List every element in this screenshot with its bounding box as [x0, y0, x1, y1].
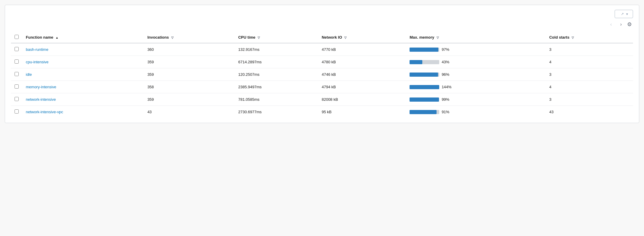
header-row: ↗ ▼ [11, 10, 633, 18]
row-function-name: cpu-intensive [22, 56, 144, 68]
row-invocations: 359 [144, 93, 235, 106]
row-checkbox[interactable] [15, 97, 19, 101]
memory-bar-track [410, 73, 439, 77]
row-max-memory: 96% [406, 68, 546, 81]
sort-desc-icon-cpu[interactable]: ▽ [258, 36, 260, 39]
row-cold-starts: 43 [546, 106, 633, 118]
row-function-name: memory-intensive [22, 81, 144, 93]
col-max-memory: Max. memory ▽ [406, 32, 546, 43]
row-cpu-time: 2730.6977ms [235, 106, 318, 118]
col-network-io: Network IO ▽ [318, 32, 406, 43]
table-row: bash-runtime360132.9167ms4770 kB97%3 [11, 43, 633, 56]
row-cold-starts: 4 [546, 56, 633, 68]
row-invocations: 359 [144, 56, 235, 68]
col-invocations: Invocations ▽ [144, 32, 235, 43]
memory-bar-track [410, 48, 439, 52]
function-name-link[interactable]: network-intensive [26, 97, 56, 102]
memory-pct-label: 43% [442, 60, 453, 64]
row-checkbox[interactable] [15, 59, 19, 64]
row-function-name: idle [22, 68, 144, 81]
memory-bar-fill [410, 73, 438, 77]
row-network-io: 4770 kB [318, 43, 406, 56]
col-cold-label: Cold starts [549, 35, 570, 40]
sort-desc-icon-mem[interactable]: ▽ [437, 36, 439, 39]
col-inv-label: Invocations [147, 35, 169, 40]
row-invocations: 359 [144, 68, 235, 81]
row-cold-starts: 3 [546, 93, 633, 106]
external-link-icon: ↗ [621, 12, 624, 16]
header-actions: ↗ ▼ [615, 10, 633, 18]
col-function-name: Function name ▲ [22, 32, 144, 43]
row-cpu-time: 120.2507ms [235, 68, 318, 81]
row-checkbox[interactable] [15, 72, 19, 76]
table-row: memory-intensive3582385.9497ms4794 kB144… [11, 81, 633, 93]
memory-pct-label: 99% [442, 97, 453, 102]
memory-bar-track [410, 97, 439, 102]
col-mem-label: Max. memory [410, 35, 434, 40]
row-cpu-time: 132.9167ms [235, 43, 318, 56]
sort-desc-icon-cold[interactable]: ▽ [572, 36, 574, 39]
row-checkbox[interactable] [15, 109, 19, 114]
row-invocations: 43 [144, 106, 235, 118]
row-cold-starts: 3 [546, 68, 633, 81]
row-cpu-time: 6714.2897ms [235, 56, 318, 68]
memory-bar-fill [410, 85, 439, 89]
col-cold-starts: Cold starts ▽ [546, 32, 633, 43]
row-checkbox[interactable] [15, 47, 19, 51]
actions-button[interactable]: ↗ ▼ [615, 10, 633, 18]
memory-bar-container: 144% [410, 85, 542, 89]
sort-desc-icon-inv[interactable]: ▽ [171, 36, 174, 39]
row-checkbox-cell [11, 43, 22, 56]
header-checkbox-cell [11, 32, 22, 43]
function-summary-panel: ↗ ▼ ‹ › ⚙ Function name ▲ [5, 5, 639, 123]
row-cold-starts: 3 [546, 43, 633, 56]
table-row: network-intensive-vpc432730.6977ms95 kB9… [11, 106, 633, 118]
row-function-name: bash-runtime [22, 43, 144, 56]
function-name-link[interactable]: bash-runtime [26, 47, 48, 52]
row-invocations: 360 [144, 43, 235, 56]
row-checkbox[interactable] [15, 84, 19, 89]
memory-bar-fill [410, 97, 439, 102]
memory-pct-label: 97% [442, 47, 453, 52]
function-name-link[interactable]: network-intensive-vpc [26, 110, 63, 114]
memory-bar-container: 43% [410, 60, 542, 64]
function-table: Function name ▲ Invocations ▽ CPU time ▽… [11, 32, 633, 118]
memory-bar-track [410, 60, 439, 64]
table-header: Function name ▲ Invocations ▽ CPU time ▽… [11, 32, 633, 43]
table-row: cpu-intensive3596714.2897ms4780 kB43%4 [11, 56, 633, 68]
row-invocations: 358 [144, 81, 235, 93]
sort-desc-icon-net[interactable]: ▽ [344, 36, 347, 39]
col-fn-label: Function name [26, 35, 53, 40]
row-max-memory: 97% [406, 43, 546, 56]
chevron-down-icon: ▼ [626, 12, 629, 16]
row-network-io: 4780 kB [318, 56, 406, 68]
row-function-name: network-intensive [22, 93, 144, 106]
row-network-io: 4794 kB [318, 81, 406, 93]
memory-bar-track [410, 85, 439, 89]
memory-bar-fill [410, 60, 422, 64]
prev-page-button[interactable]: ‹ [608, 21, 613, 28]
table-row: idle359120.2507ms4746 kB96%3 [11, 68, 633, 81]
row-checkbox-cell [11, 81, 22, 93]
function-name-link[interactable]: idle [26, 72, 32, 77]
memory-bar-fill [410, 48, 438, 52]
settings-icon: ⚙ [627, 21, 632, 27]
col-cpu-label: CPU time [238, 35, 256, 40]
next-page-button[interactable]: › [618, 21, 624, 28]
select-all-checkbox[interactable] [15, 35, 19, 39]
settings-button[interactable]: ⚙ [626, 21, 633, 28]
row-network-io: 95 kB [318, 106, 406, 118]
sort-asc-icon[interactable]: ▲ [55, 36, 58, 39]
function-name-link[interactable]: memory-intensive [26, 85, 56, 89]
memory-bar-fill [410, 110, 437, 114]
row-max-memory: 91% [406, 106, 546, 118]
memory-bar-container: 96% [410, 72, 542, 77]
table-row: network-intensive359781.0585ms82008 kB99… [11, 93, 633, 106]
col-cpu-time: CPU time ▽ [235, 32, 318, 43]
function-name-link[interactable]: cpu-intensive [26, 60, 49, 64]
row-checkbox-cell [11, 106, 22, 118]
prev-icon: ‹ [610, 22, 612, 27]
memory-bar-container: 97% [410, 47, 542, 52]
row-max-memory: 43% [406, 56, 546, 68]
row-cpu-time: 781.0585ms [235, 93, 318, 106]
